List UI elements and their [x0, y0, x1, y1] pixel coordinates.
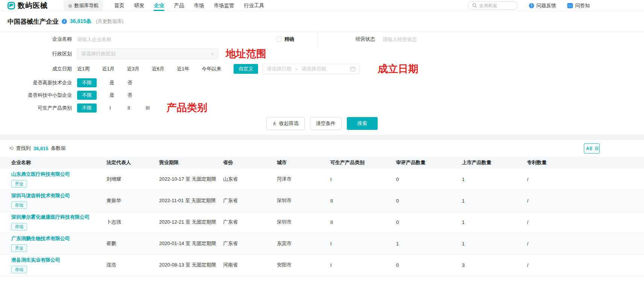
table-row: 深圳摩尔雾化健康医疗科技有限公司 存续 卜志强 2020-12-21 至 无固定… — [0, 212, 644, 233]
results-found-prefix: 查找到 — [16, 145, 31, 152]
search-button[interactable]: 搜索 — [347, 117, 378, 130]
product-class-option-any[interactable]: 不限 — [77, 104, 97, 113]
nav-item-market[interactable]: 市场 — [189, 0, 209, 11]
listed-count-cell: 1 — [459, 177, 524, 182]
nav-item-regulation[interactable]: 市场监管 — [209, 0, 239, 11]
feedback-label: 问题反馈 — [536, 2, 556, 9]
database-nav-label: 数据库导航 — [74, 2, 99, 9]
status-badge: 存续 — [11, 223, 27, 230]
nav-item-rnd[interactable]: 研发 — [129, 0, 149, 11]
company-link[interactable]: 深圳马泷齿科技术有限公司 — [11, 192, 70, 199]
sci-sme-label: 是否科技中小型企业 — [0, 92, 77, 99]
founded-option-1y[interactable]: 近1年 — [177, 65, 189, 72]
province-cell: 山东省 — [220, 176, 274, 183]
listed-count-cell: 1 — [459, 241, 524, 247]
city-cell: 深圳市 — [274, 197, 327, 204]
founded-option-6m[interactable]: 近6月 — [152, 65, 164, 72]
navbar-right: ! 问题反馈 ⋯ 问答知 — [468, 1, 590, 10]
product-class-option-3[interactable]: III — [146, 105, 151, 111]
page-title: 中国器械生产企业 — [8, 17, 59, 26]
exact-checkbox[interactable] — [276, 37, 282, 42]
feedback-icon: ! — [529, 3, 534, 8]
product-class-option-1[interactable]: I — [109, 105, 115, 111]
global-search[interactable] — [468, 1, 518, 10]
review-count-cell: 0 — [393, 219, 459, 225]
results-panel: ⟲ 查找到 36,815 条数据 A≣ 自定义 企业名称 法定代表人 营业期限 … — [0, 140, 644, 276]
col-company-name: 企业名称 — [0, 159, 103, 166]
city-cell: 安阳市 — [274, 262, 327, 268]
nav-item-home[interactable]: 首页 — [109, 0, 129, 11]
brand-name: 数屿医械 — [18, 1, 48, 11]
collapse-filters-button[interactable]: ≫ 收起筛选 — [266, 117, 305, 130]
hightech-option-no[interactable]: 否 — [128, 79, 133, 86]
city-cell: 菏泽市 — [274, 176, 327, 183]
sci-sme-option-yes[interactable]: 是 — [109, 92, 115, 99]
city-cell: 深圳市 — [274, 219, 327, 225]
annotation-product-class: 产品类别 — [167, 103, 207, 113]
founded-option-1m[interactable]: 近1月 — [102, 65, 114, 72]
filter-actions: ≫ 收起筛选 清空条件 搜索 — [0, 114, 644, 135]
patent-count-cell: / — [524, 241, 644, 247]
brand[interactable]: 数屿医械 — [8, 1, 48, 11]
founded-option-3m[interactable]: 近3月 — [127, 65, 139, 72]
table-row: 滑县润生实业有限公司 存续 连浩 2020-08-13 至 无固定期限 河南省 … — [0, 254, 644, 276]
hightech-option-yes[interactable]: 是 — [109, 79, 115, 86]
feedback-button[interactable]: ! 问题反馈 — [529, 2, 556, 9]
company-link[interactable]: 山东鼎立医疗科技有限公司 — [11, 171, 70, 178]
review-count-cell: 0 — [393, 177, 459, 182]
province-cell: 广东省 — [220, 197, 274, 204]
company-link[interactable]: 广东润鹏生物技术有限公司 — [11, 235, 70, 242]
results-refresh-icon[interactable]: ⟲ — [9, 145, 14, 151]
results-count: 36,815 — [33, 146, 49, 151]
col-city: 城市 — [274, 159, 327, 166]
main-nav: 首页 研发 企业 产品 市场 市场监管 行业工具 — [109, 0, 269, 11]
compass-icon: ◎ — [68, 3, 72, 8]
results-header: ⟲ 查找到 36,815 条数据 A≣ 自定义 — [0, 140, 644, 157]
sci-sme-option-any[interactable]: 不限 — [77, 91, 97, 100]
listed-count-cell: 1 — [459, 219, 524, 225]
calendar-icon — [350, 66, 355, 72]
date-range-picker[interactable]: 请选择日期 ~ 请选择日期 — [263, 64, 360, 74]
operating-status-input[interactable] — [383, 37, 495, 42]
column-config-icon: A≣ — [586, 146, 592, 151]
term-cell: 2022-10-17 至 无固定期限 — [156, 176, 220, 183]
global-search-input[interactable] — [479, 3, 512, 8]
legal-rep-cell: 崔鹏 — [103, 240, 156, 247]
exact-match-toggle[interactable]: 精确 — [276, 36, 294, 43]
region-label: 行政区划 — [0, 50, 77, 57]
company-link[interactable]: 深圳摩尔雾化健康医疗科技有限公司 — [11, 214, 90, 221]
info-icon[interactable]: i — [62, 19, 67, 24]
date-end-placeholder: 请选择日期 — [302, 65, 326, 72]
search-icon — [472, 3, 477, 8]
table-body: 山东鼎立医疗科技有限公司 开业 刘增耀 2022-10-17 至 无固定期限 山… — [0, 169, 644, 276]
review-count-cell: 0 — [393, 198, 459, 204]
province-cell: 广东省 — [220, 240, 274, 247]
database-nav-button[interactable]: ◎ 数据库导航 — [64, 0, 103, 11]
nav-item-product[interactable]: 产品 — [169, 0, 189, 11]
founded-option-custom[interactable]: 自定义 — [234, 64, 258, 74]
filter-row-sci-sme: 是否科技中小型企业 不限 是 否 — [0, 89, 644, 101]
region-select[interactable]: 请选择行政区划 ∨ — [77, 49, 218, 59]
legal-rep-cell: 黄振华 — [103, 197, 156, 204]
founded-option-ytd[interactable]: 今年以来 — [202, 65, 221, 72]
term-cell: 2020-08-13 至 无固定期限 — [156, 262, 220, 268]
sci-sme-option-no[interactable]: 否 — [128, 92, 133, 99]
company-cell: 滑县润生实业有限公司 存续 — [0, 254, 103, 276]
date-start-placeholder: 请选择日期 — [267, 65, 291, 72]
col-listed-count: 上市产品数量 — [459, 159, 524, 166]
qa-button[interactable]: ⋯ 问答知 — [567, 2, 590, 9]
customize-columns-button[interactable]: A≣ 自定义 — [584, 143, 600, 154]
table-header: 企业名称 法定代表人 营业期限 省份 城市 可生产产品类别 审评产品数量 上市产… — [0, 157, 644, 169]
company-name-input[interactable] — [77, 37, 273, 42]
nav-item-tools[interactable]: 行业工具 — [239, 0, 269, 11]
company-link[interactable]: 滑县润生实业有限公司 — [11, 257, 60, 263]
clear-filters-button[interactable]: 清空条件 — [310, 117, 342, 130]
hightech-option-any[interactable]: 不限 — [77, 78, 97, 87]
product-class-cell: I — [327, 262, 393, 268]
company-cell: 山东鼎立医疗科技有限公司 开业 — [0, 169, 103, 190]
nav-item-enterprise[interactable]: 企业 — [149, 0, 169, 11]
product-class-option-2[interactable]: II — [128, 105, 133, 111]
founded-option-1w[interactable]: 近1周 — [77, 65, 90, 72]
filter-panel: 企业名称 精确 经营状态 行政区划 请选择行政区划 ∨ 地址范围 成立日期 近1… — [0, 32, 644, 135]
exact-label: 精确 — [284, 36, 294, 43]
